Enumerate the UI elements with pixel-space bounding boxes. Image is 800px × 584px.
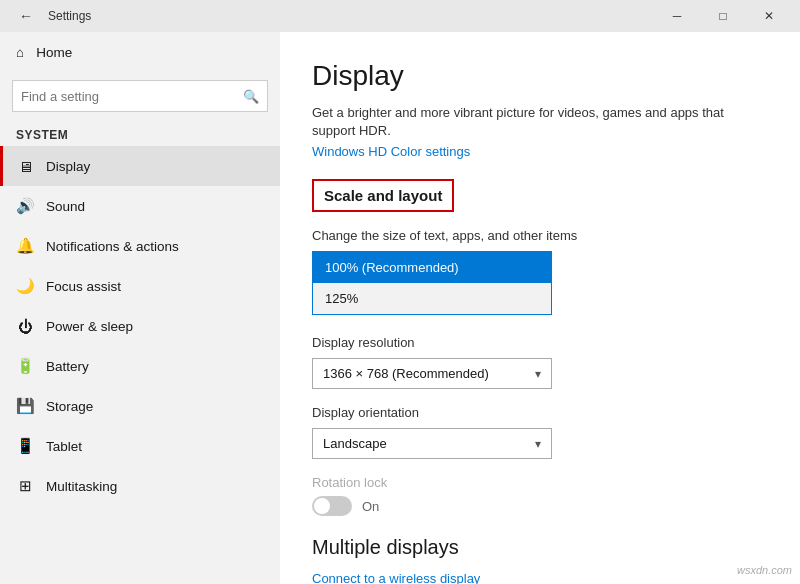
sidebar-item-label-display: Display xyxy=(46,159,90,174)
sidebar-search-container: 🔍 xyxy=(12,80,268,112)
notifications-icon: 🔔 xyxy=(16,237,34,255)
orientation-value: Landscape xyxy=(323,436,387,451)
search-icon: 🔍 xyxy=(243,89,259,104)
sidebar-item-label-battery: Battery xyxy=(46,359,89,374)
chevron-down-icon-2: ▾ xyxy=(535,437,541,451)
rotation-lock-toggle[interactable] xyxy=(312,496,352,516)
scale-section-header: Scale and layout xyxy=(312,179,454,212)
sidebar-item-power[interactable]: ⏻ Power & sleep xyxy=(0,306,280,346)
scale-description-label: Change the size of text, apps, and other… xyxy=(312,228,768,243)
orientation-label: Display orientation xyxy=(312,405,768,420)
content-area: Display Get a brighter and more vibrant … xyxy=(280,32,800,584)
page-description: Get a brighter and more vibrant picture … xyxy=(312,104,768,140)
sidebar-item-label-storage: Storage xyxy=(46,399,93,414)
sidebar-item-sound[interactable]: 🔊 Sound xyxy=(0,186,280,226)
sidebar-item-focus[interactable]: 🌙 Focus assist xyxy=(0,266,280,306)
sidebar-item-home[interactable]: ⌂ Home xyxy=(0,32,280,72)
title-bar-title: Settings xyxy=(48,9,91,23)
close-button[interactable]: ✕ xyxy=(746,0,792,32)
search-input[interactable] xyxy=(21,89,243,104)
sidebar-item-label-focus: Focus assist xyxy=(46,279,121,294)
sidebar-item-display[interactable]: 🖥 Display xyxy=(0,146,280,186)
scale-option-0[interactable]: 100% (Recommended) xyxy=(313,252,551,283)
sidebar-item-label-tablet: Tablet xyxy=(46,439,82,454)
rotation-lock-row: On xyxy=(312,496,768,516)
hdr-link[interactable]: Windows HD Color settings xyxy=(312,144,768,159)
orientation-dropdown[interactable]: Landscape ▾ xyxy=(312,428,552,459)
storage-icon: 💾 xyxy=(16,397,34,415)
maximize-button[interactable]: □ xyxy=(700,0,746,32)
sidebar-item-label-notifications: Notifications & actions xyxy=(46,239,179,254)
sidebar-item-storage[interactable]: 💾 Storage xyxy=(0,386,280,426)
multitasking-icon: ⊞ xyxy=(16,477,34,495)
sound-icon: 🔊 xyxy=(16,197,34,215)
sidebar-home-label: Home xyxy=(36,45,72,60)
scale-dropdown: 100% (Recommended)125% xyxy=(312,251,552,315)
resolution-value: 1366 × 768 (Recommended) xyxy=(323,366,489,381)
sidebar-item-label-power: Power & sleep xyxy=(46,319,133,334)
scale-option-1[interactable]: 125% xyxy=(313,283,551,314)
watermark: wsxdn.com xyxy=(737,564,792,576)
title-bar-controls: ─ □ ✕ xyxy=(654,0,792,32)
system-label: System xyxy=(0,120,280,146)
multiple-displays-title: Multiple displays xyxy=(312,536,768,559)
sidebar: ⌂ Home 🔍 System 🖥 Display 🔊 Sound 🔔 Noti… xyxy=(0,32,280,584)
sidebar-item-notifications[interactable]: 🔔 Notifications & actions xyxy=(0,226,280,266)
rotation-lock-label: Rotation lock xyxy=(312,475,768,490)
home-icon: ⌂ xyxy=(16,45,24,60)
wireless-display-link[interactable]: Connect to a wireless display xyxy=(312,571,768,584)
power-icon: ⏻ xyxy=(16,318,34,335)
focus-icon: 🌙 xyxy=(16,277,34,295)
minimize-button[interactable]: ─ xyxy=(654,0,700,32)
app-body: ⌂ Home 🔍 System 🖥 Display 🔊 Sound 🔔 Noti… xyxy=(0,32,800,584)
sidebar-item-label-multitasking: Multitasking xyxy=(46,479,117,494)
display-icon: 🖥 xyxy=(16,158,34,175)
back-button[interactable]: ← xyxy=(12,2,40,30)
sidebar-item-battery[interactable]: 🔋 Battery xyxy=(0,346,280,386)
resolution-label: Display resolution xyxy=(312,335,768,350)
toggle-thumb xyxy=(314,498,330,514)
title-bar-nav: ← xyxy=(12,2,40,30)
sidebar-item-label-sound: Sound xyxy=(46,199,85,214)
rotation-lock-toggle-label: On xyxy=(362,499,379,514)
sidebar-item-tablet[interactable]: 📱 Tablet xyxy=(0,426,280,466)
title-bar-left: ← Settings xyxy=(12,2,91,30)
battery-icon: 🔋 xyxy=(16,357,34,375)
sidebar-item-multitasking[interactable]: ⊞ Multitasking xyxy=(0,466,280,506)
chevron-down-icon: ▾ xyxy=(535,367,541,381)
tablet-icon: 📱 xyxy=(16,437,34,455)
page-title: Display xyxy=(312,60,768,92)
title-bar: ← Settings ─ □ ✕ xyxy=(0,0,800,32)
resolution-dropdown[interactable]: 1366 × 768 (Recommended) ▾ xyxy=(312,358,552,389)
